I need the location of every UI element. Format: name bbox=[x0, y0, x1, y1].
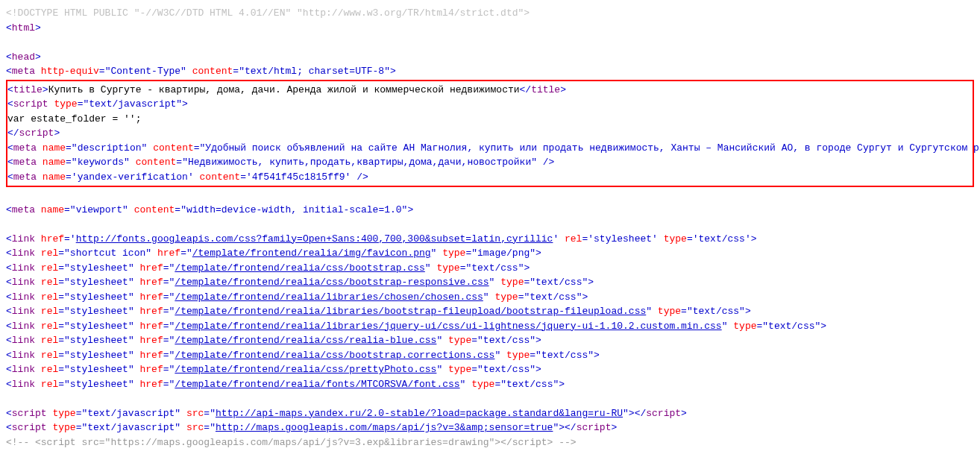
css-url[interactable]: /template/frontend/realia/libraries/jque… bbox=[175, 321, 721, 332]
google-maps-comment: <!-- <script src="https://maps.googleapi… bbox=[6, 435, 974, 450]
doctype-line: <!DOCTYPE HTML PUBLIC "-//W3C//DTD HTML … bbox=[6, 6, 974, 21]
css-url[interactable]: /template/frontend/realia/libraries/boot… bbox=[175, 306, 646, 317]
script-open: <script type="text/javascript"> bbox=[7, 97, 973, 112]
stylesheet-link: <link rel="stylesheet" href="/template/f… bbox=[6, 275, 974, 290]
css-url[interactable]: /template/frontend/realia/libraries/chos… bbox=[175, 291, 483, 303]
meta-keywords: <meta name="keywords" content="Недвижимо… bbox=[7, 155, 973, 170]
css-url[interactable]: /template/frontend/realia/css/bootstrap-… bbox=[175, 277, 489, 288]
meta-content-type: <meta http-equiv="Content-Type" content=… bbox=[6, 64, 974, 79]
fonts-url[interactable]: http://fonts.googleapis.com/css?family=O… bbox=[76, 233, 553, 245]
stylesheet-link: <link rel="stylesheet" href="/template/f… bbox=[6, 319, 974, 334]
google-maps-script: <script type="text/javascript" src="http… bbox=[6, 420, 974, 435]
yandex-maps-script: <script type="text/javascript" src="http… bbox=[6, 406, 974, 421]
fonts-link: <link href='http://fonts.googleapis.com/… bbox=[6, 232, 974, 247]
css-url[interactable]: /template/frontend/realia/fonts/MTCORSVA… bbox=[175, 379, 459, 390]
meta-yandex: <meta name='yandex-verification' content… bbox=[7, 170, 973, 185]
stylesheet-link: <link rel="stylesheet" href="/template/f… bbox=[6, 304, 974, 319]
stylesheet-link: <link rel="stylesheet" href="/template/f… bbox=[6, 333, 974, 348]
yandex-maps-url[interactable]: http://api-maps.yandex.ru/2.0-stable/?lo… bbox=[216, 408, 623, 419]
stylesheet-link: <link rel="stylesheet" href="/template/f… bbox=[6, 290, 974, 305]
meta-description: <meta name="description" content="Удобны… bbox=[7, 141, 973, 156]
google-maps-url[interactable]: http://maps.googleapis.com/maps/api/js?v… bbox=[216, 422, 553, 433]
favicon-url[interactable]: /template/frontend/realia/img/favicon.pn… bbox=[192, 248, 431, 259]
script-close: </script> bbox=[7, 126, 973, 141]
stylesheet-link: <link rel="stylesheet" href="/template/f… bbox=[6, 348, 974, 363]
stylesheet-link: <link rel="stylesheet" href="/template/f… bbox=[6, 377, 974, 392]
css-url[interactable]: /template/frontend/realia/css/realia-blu… bbox=[175, 335, 436, 346]
css-url[interactable]: /template/frontend/realia/css/bootstrap.… bbox=[175, 262, 424, 274]
highlighted-section: <title>Купить в Сургуте - квартиры, дома… bbox=[6, 80, 974, 188]
stylesheet-link: <link rel="stylesheet" href="/template/f… bbox=[6, 261, 974, 276]
head-open: <head> bbox=[6, 50, 974, 65]
title-line: <title>Купить в Сургуте - квартиры, дома… bbox=[7, 83, 973, 98]
css-url[interactable]: /template/frontend/realia/css/bootstrap.… bbox=[175, 350, 494, 361]
meta-viewport: <meta name="viewport" content="width=dev… bbox=[6, 203, 974, 218]
html-open: <html> bbox=[6, 21, 974, 36]
css-url[interactable]: /template/frontend/realia/css/prettyPhot… bbox=[175, 364, 436, 375]
stylesheet-link: <link rel="stylesheet" href="/template/f… bbox=[6, 362, 974, 377]
favicon-link: <link rel="shortcut icon" href="/templat… bbox=[6, 246, 974, 261]
estate-var: var estate_folder = ''; bbox=[7, 112, 973, 127]
